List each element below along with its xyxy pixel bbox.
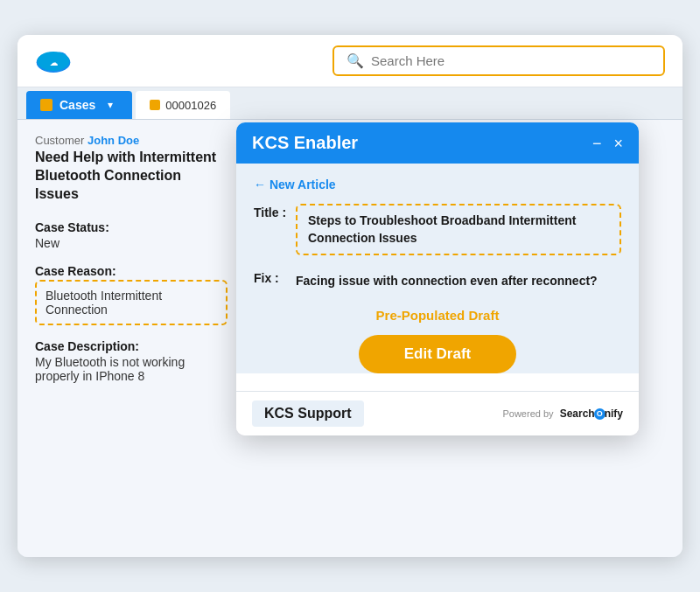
back-link[interactable]: ← New Article xyxy=(254,178,621,192)
search-icon: 🔍 xyxy=(346,52,364,69)
case-number-label: 00001026 xyxy=(165,99,216,112)
search-bar[interactable]: 🔍 xyxy=(332,45,665,76)
kcs-title-key: Title : xyxy=(254,205,287,219)
cases-tab-label: Cases xyxy=(60,98,95,112)
case-reason-label: Case Reason: xyxy=(35,264,228,278)
kcs-title-field-row: Title : Steps to Troubleshoot Broadband … xyxy=(254,204,621,255)
kcs-modal-controls: − × xyxy=(592,136,623,151)
kcs-modal-header: KCS Enabler − × xyxy=(236,122,639,164)
edit-draft-button[interactable]: Edit Draft xyxy=(359,335,516,373)
powered-by: Powered by SearchOnify xyxy=(502,407,623,420)
customer-label: Customer John Doe xyxy=(35,134,228,147)
tab-case-number[interactable]: 00001026 xyxy=(136,91,230,119)
customer-label-text: Customer xyxy=(35,134,84,147)
case-status-label: Case Status: xyxy=(35,220,228,234)
case-description-value: My Bluetooth is not working properly in … xyxy=(35,355,228,383)
kcs-modal-body: ← New Article Title : Steps to Troublesh… xyxy=(236,164,639,373)
case-number-icon xyxy=(150,100,160,110)
main-window: ☁ 🔍 Cases ▾ 00001026 Customer John Doe N… xyxy=(18,35,682,557)
kcs-close-button[interactable]: × xyxy=(613,136,623,151)
kcs-modal-footer: KCS Support Powered by SearchOnify xyxy=(236,391,639,435)
svg-text:☁: ☁ xyxy=(50,59,58,67)
kcs-minimize-button[interactable]: − xyxy=(592,136,602,151)
kcs-title-value: Steps to Troubleshoot Broadband Intermit… xyxy=(296,204,621,255)
kcs-fix-key: Fix : xyxy=(254,271,287,285)
header: ☁ 🔍 xyxy=(18,35,682,87)
back-link-label: ← New Article xyxy=(254,178,336,192)
case-reason-value: Bluetooth Intermittent Connection xyxy=(35,280,228,325)
tab-cases[interactable]: Cases ▾ xyxy=(26,91,132,119)
kcs-fix-field-row: Fix : Facing issue with connection even … xyxy=(254,269,621,294)
salesforce-logo: ☁ xyxy=(35,48,72,74)
case-description-label: Case Description: xyxy=(35,339,228,353)
customer-name: John Doe xyxy=(88,134,139,147)
kcs-fix-value: Facing issue with connection even after … xyxy=(296,269,621,294)
pre-populated-label: Pre-Populated Draft xyxy=(254,308,621,323)
brand-name: SearchOnify xyxy=(560,407,623,420)
search-input[interactable] xyxy=(371,53,651,68)
brand-search: Search xyxy=(560,407,595,420)
powered-by-text: Powered by xyxy=(502,408,553,419)
case-status-value: New xyxy=(35,236,228,250)
tab-bar: Cases ▾ 00001026 xyxy=(18,87,682,120)
case-title: Need Help with Intermittent Bluetooth Co… xyxy=(35,149,228,203)
cases-tab-dropdown[interactable]: ▾ xyxy=(102,99,118,111)
left-panel: Customer John Doe Need Help with Intermi… xyxy=(35,134,245,543)
kcs-support-label: KCS Support xyxy=(252,400,364,427)
kcs-modal-title: KCS Enabler xyxy=(252,133,358,153)
brand-nify: nify xyxy=(605,407,623,420)
kcs-modal: KCS Enabler − × ← New Article Title : St… xyxy=(236,122,639,435)
cases-tab-icon xyxy=(40,99,52,111)
